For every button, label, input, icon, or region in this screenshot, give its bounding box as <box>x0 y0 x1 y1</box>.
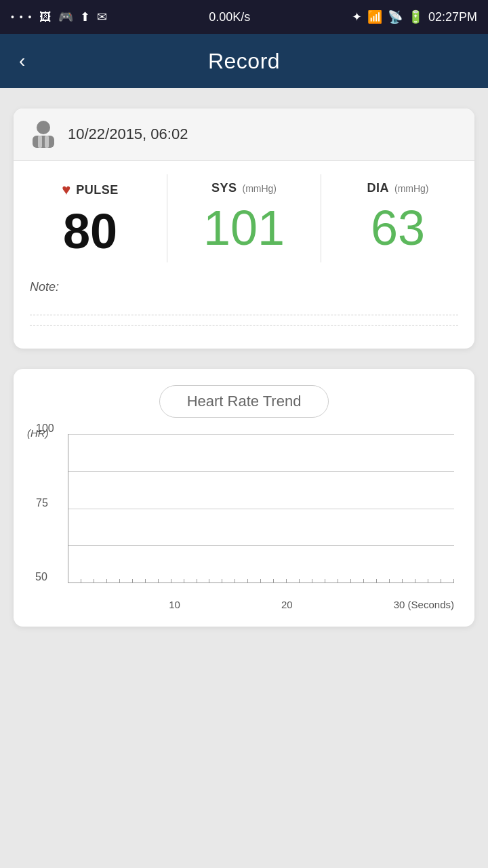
back-icon: ‹ <box>19 50 25 71</box>
x-tick-25 <box>389 579 390 583</box>
x-tick-2 <box>94 579 94 583</box>
photo-icon: 🖼 <box>39 10 52 24</box>
sys-label: SYS <box>211 181 237 195</box>
y-tick-875 <box>68 471 454 472</box>
x-axis-labels: 10 20 30 (Seconds) <box>68 595 454 610</box>
divider-2 <box>30 325 458 326</box>
metrics-row: ♥ PULSE 80 SYS (mmHg) 101 DIA (mmHg) <box>14 161 474 269</box>
x-tick-21 <box>338 579 338 583</box>
svg-rect-0 <box>37 121 50 134</box>
dia-label: DIA <box>367 181 389 195</box>
record-card-header: 10/22/2015, 06:02 <box>14 108 474 161</box>
x-label-10: 10 <box>169 599 180 610</box>
x-tick-28 <box>428 579 428 583</box>
chart-container: (HR) 100 75 50 <box>27 434 461 610</box>
pulse-label: PULSE <box>76 183 119 197</box>
x-tick-18 <box>299 579 300 583</box>
status-bar: • • • 🖼 🎮 ⬆ ✉ 0.00K/s ✦ 📶 📡 🔋 02:27PM <box>0 0 488 34</box>
y-tick-100: 100 <box>68 434 454 435</box>
x-tick-3 <box>106 579 107 583</box>
x-tick-27 <box>415 579 415 583</box>
x-tick-9 <box>184 579 184 583</box>
note-label: Note: <box>30 280 458 294</box>
sys-column: SYS (mmHg) 101 <box>167 174 321 262</box>
dia-value: 63 <box>371 203 425 252</box>
x-tick-14 <box>247 579 248 583</box>
trend-title: Heart Rate Trend <box>187 393 302 410</box>
x-tick-23 <box>363 579 364 583</box>
x-tick-7 <box>158 579 159 583</box>
trend-card: Heart Rate Trend (HR) 100 75 50 <box>14 369 474 627</box>
pulse-column: ♥ PULSE 80 <box>14 174 167 262</box>
x-tick-20 <box>325 579 325 583</box>
svg-rect-3 <box>45 136 49 148</box>
dia-column: DIA (mmHg) 63 <box>321 174 474 262</box>
x-tick-15 <box>260 579 261 583</box>
note-section: Note: <box>14 269 474 349</box>
dia-unit: (mmHg) <box>394 183 429 194</box>
back-button[interactable]: ‹ <box>14 45 30 77</box>
x-tick-17 <box>286 579 287 583</box>
y-tick-625 <box>68 545 454 546</box>
clock: 02:27PM <box>428 10 477 24</box>
x-label-30: 30 (Seconds) <box>394 599 454 610</box>
x-tick-4 <box>119 579 120 583</box>
heart-icon: ♥ <box>62 181 70 199</box>
pulse-label-row: ♥ PULSE <box>62 181 119 199</box>
y-label-75: 75 <box>36 497 48 509</box>
x-tick-12 <box>222 579 222 583</box>
x-tick-29 <box>441 579 441 583</box>
x-tick-30 <box>453 579 454 583</box>
x-tick-26 <box>402 579 403 583</box>
svg-rect-1 <box>33 136 54 148</box>
y-tick-75: 75 <box>68 509 454 509</box>
person-icon <box>30 121 57 148</box>
y-label-100: 100 <box>36 422 54 435</box>
bluetooth-icon: ✦ <box>352 9 362 24</box>
x-tick-19 <box>312 579 312 583</box>
record-date: 10/22/2015, 06:02 <box>68 125 188 143</box>
svg-rect-2 <box>38 136 42 148</box>
network-speed: 0.00K/s <box>209 10 250 24</box>
x-tick-16 <box>273 579 274 583</box>
x-tick-11 <box>209 579 209 583</box>
x-tick-0 <box>68 579 68 583</box>
y-label-50: 50 <box>35 571 47 583</box>
wifi-icon: 📶 <box>367 9 382 24</box>
dia-label-row: DIA (mmHg) <box>367 181 428 195</box>
x-tick-1 <box>81 579 81 583</box>
trend-title-pill: Heart Rate Trend <box>159 385 329 418</box>
x-label-20: 20 <box>281 599 293 610</box>
x-tick-22 <box>350 579 351 583</box>
x-tick-10 <box>197 579 197 583</box>
main-content: 10/22/2015, 06:02 ♥ PULSE 80 SYS (mmHg) … <box>0 88 488 868</box>
chart-area: 100 75 <box>68 434 454 583</box>
page-title: Record <box>208 49 280 74</box>
sys-value: 101 <box>203 203 285 252</box>
header: ‹ Record <box>0 34 488 88</box>
pulse-value: 80 <box>63 207 117 256</box>
trend-title-container: Heart Rate Trend <box>27 385 461 418</box>
sys-label-row: SYS (mmHg) <box>211 181 277 195</box>
status-bar-right: ✦ 📶 📡 🔋 02:27PM <box>352 9 477 24</box>
x-tick-marks <box>68 579 454 583</box>
record-card: 10/22/2015, 06:02 ♥ PULSE 80 SYS (mmHg) … <box>14 108 474 349</box>
status-dots: • • • <box>11 12 33 22</box>
divider-1 <box>30 315 458 315</box>
battery-icon: 🔋 <box>408 9 423 24</box>
x-tick-24 <box>376 579 377 583</box>
x-tick-6 <box>145 579 146 583</box>
sys-unit: (mmHg) <box>242 183 277 194</box>
signal-icon: 📡 <box>388 9 403 24</box>
status-bar-left: • • • 🖼 🎮 ⬆ ✉ <box>11 9 107 24</box>
gamepad-icon: 🎮 <box>58 9 73 24</box>
x-tick-5 <box>132 579 133 583</box>
upload-icon: ⬆ <box>80 9 90 24</box>
x-tick-13 <box>235 579 235 583</box>
x-tick-8 <box>171 579 171 583</box>
mail-icon: ✉ <box>97 9 107 24</box>
